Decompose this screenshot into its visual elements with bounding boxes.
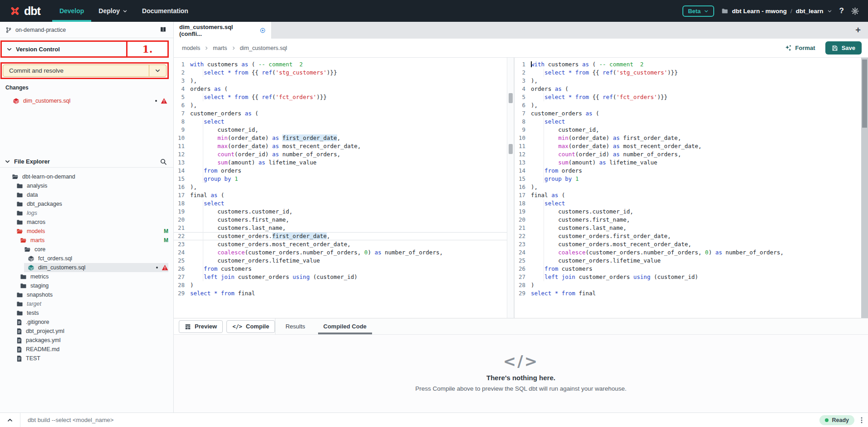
tree-item-tests[interactable]: tests [13,308,168,318]
tree-item-snapshots[interactable]: snapshots [13,290,168,299]
code-line[interactable]: 3), [515,77,868,85]
code-line[interactable]: 6), [515,101,868,109]
tree-item-staging[interactable]: staging [16,281,168,290]
code-line[interactable]: 6), [174,101,507,109]
code-line[interactable]: 12 count(order_id) as number_of_orders, [174,150,507,159]
editor-pane-right[interactable]: 1with customers as ( -- comment 22 selec… [514,58,868,318]
tree-item-test[interactable]: TEST [13,354,168,363]
tree-item-logs[interactable]: logs [13,209,168,218]
project-name[interactable]: dbt_learn [796,8,824,15]
compile-button[interactable]: </> Compile [226,320,275,333]
code-line[interactable]: 16), [174,183,507,191]
code-line[interactable]: 21 customers.last_name, [174,224,507,232]
breadcrumb-segment[interactable]: dim_customers.sql [240,45,287,51]
code-line[interactable]: 13 sum(amount) as lifetime_value [174,159,507,167]
code-line[interactable]: 18 select [174,199,507,208]
tree-item-analysis[interactable]: analysis [13,181,168,190]
tree-item-dbt-learn-on-demand[interactable]: dbt-learn-on-demand [8,172,168,181]
code-line[interactable]: 10 min(order_date) as first_order_date, [515,134,868,142]
code-line[interactable]: 26 from customers [174,265,507,273]
code-line[interactable]: 26 from customers [515,265,868,273]
gear-icon[interactable] [851,7,859,15]
code-line[interactable]: 16), [515,183,868,191]
code-line[interactable]: 23 customer_orders.most_recent_order_dat… [515,240,868,248]
tree-item-fct-orders-sql[interactable]: fct_orders.sql [24,254,168,263]
tree-item-models[interactable]: modelsM [13,227,168,236]
preview-button[interactable]: Preview [179,320,223,333]
chevron-up-icon[interactable] [0,417,20,423]
code-line[interactable]: 29select * from final [515,289,868,298]
new-tab-button[interactable]: + [848,25,868,35]
code-line[interactable]: 15 group by 1 [515,175,868,183]
editor-pane-left[interactable]: 1with customers as ( -- comment 22 selec… [174,58,507,318]
code-line[interactable]: 11 max(order_date) as most_recent_order_… [174,142,507,150]
nav-item-documentation[interactable]: Documentation [135,0,196,22]
code-line[interactable]: 17final as ( [174,191,507,199]
results-tab-results[interactable]: Results [280,318,310,334]
code-line[interactable]: 9 customer_id, [174,126,507,134]
breadcrumb-segment[interactable]: models [182,45,200,51]
nav-item-deploy[interactable]: Deploy [91,0,135,22]
code-line[interactable]: 8 select [515,118,868,126]
code-line[interactable]: 2 select * from {{ ref('stg_customers')}… [515,69,868,77]
code-line[interactable]: 24 coalesce(customer_orders.number_of_or… [515,248,868,257]
branch-selector[interactable]: on-demand-practice [0,22,173,38]
code-line[interactable]: 13 sum(amount) as lifetime_value [515,159,868,167]
tab-dim-customers[interactable]: dim_customers.sql (confli... [174,22,272,39]
commit-dropdown-toggle[interactable] [149,65,166,76]
code-line[interactable]: 24 coalesce(customer_orders.number_of_or… [174,248,507,257]
code-line[interactable]: 27 left join customer_orders using (cust… [515,273,868,281]
format-button[interactable]: Format [785,45,815,52]
help-icon[interactable]: ? [839,6,844,15]
code-line[interactable]: 9 customer_id, [515,126,868,134]
command-input[interactable]: dbt build --select <model_name> [20,417,819,423]
tree-item-packages-yml[interactable]: packages.yml [13,336,168,345]
tree-item-dbt-project-yml[interactable]: dbt_project.yml [13,327,168,336]
tree-item-data[interactable]: data [13,190,168,199]
code-line[interactable]: 5 select * from {{ ref('fct_orders')}} [515,93,868,101]
code-line[interactable]: 25 customer_orders.lifetime_value [174,257,507,265]
code-line[interactable]: 8 select [174,118,507,126]
code-line[interactable]: 10 min(order_date) as first_order_date, [174,134,507,142]
changed-file-item[interactable]: dim_customers.sql [13,97,167,105]
code-line[interactable]: 7customer_orders as ( [515,109,868,118]
results-tab-compiled-code[interactable]: Compiled Code [318,318,372,334]
code-line[interactable]: 18 select [515,199,868,208]
account-name[interactable]: dbt Learn - mwong [732,8,787,15]
code-line[interactable]: 28) [174,281,507,289]
commit-and-resolve-button[interactable]: Commit and resolve [3,65,167,77]
tree-item-readme-md[interactable]: README.md [13,345,168,354]
tree-item-core[interactable]: core [20,245,168,254]
code-line[interactable]: 22 customer_orders.first_order_date, [174,232,507,240]
save-button[interactable]: Save [825,41,862,55]
code-line[interactable]: 19 customers.customer_id, [174,208,507,216]
code-line[interactable]: 4orders as ( [174,85,507,93]
tree-item--gitignore[interactable]: .gitignore [13,318,168,327]
tree-item-dbt-packages[interactable]: dbt_packages [13,199,168,209]
code-line[interactable]: 27 left join customer_orders using (cust… [174,273,507,281]
code-line[interactable]: 2 select * from {{ ref('stg_customers')}… [174,69,507,77]
beta-button[interactable]: Beta [682,5,714,17]
code-line[interactable]: 12 count(order_id) as number_of_orders, [515,150,868,159]
code-line[interactable]: 5 select * from {{ ref('fct_orders')}} [174,93,507,101]
code-line[interactable]: 25 customer_orders.lifetime_value [515,257,868,265]
vertical-scrollbar[interactable] [861,58,868,318]
code-line[interactable]: 17final as ( [515,191,868,199]
code-line[interactable]: 21 customers.last_name, [515,224,868,232]
code-line[interactable]: 29select * from final [174,289,507,298]
code-line[interactable]: 3), [174,77,507,85]
tree-item-marts[interactable]: martsM [16,236,168,245]
code-line[interactable]: 15 group by 1 [174,175,507,183]
code-line[interactable]: 28) [515,281,868,289]
code-line[interactable]: 14 from orders [174,167,507,175]
tree-item-target[interactable]: target [13,299,168,308]
code-line[interactable]: 14 from orders [515,167,868,175]
scrollbar-thumb[interactable] [509,144,513,154]
code-line[interactable]: 20 customers.first_name, [174,216,507,224]
code-line[interactable]: 22 customer_orders.first_order_date, [515,232,868,240]
code-line[interactable]: 20 customers.first_name, [515,216,868,224]
kebab-menu-icon[interactable] [854,417,868,424]
code-line[interactable]: 11 max(order_date) as most_recent_order_… [515,142,868,150]
scrollbar-thumb[interactable] [862,60,867,128]
dbt-logo[interactable]: dbt [0,0,52,22]
